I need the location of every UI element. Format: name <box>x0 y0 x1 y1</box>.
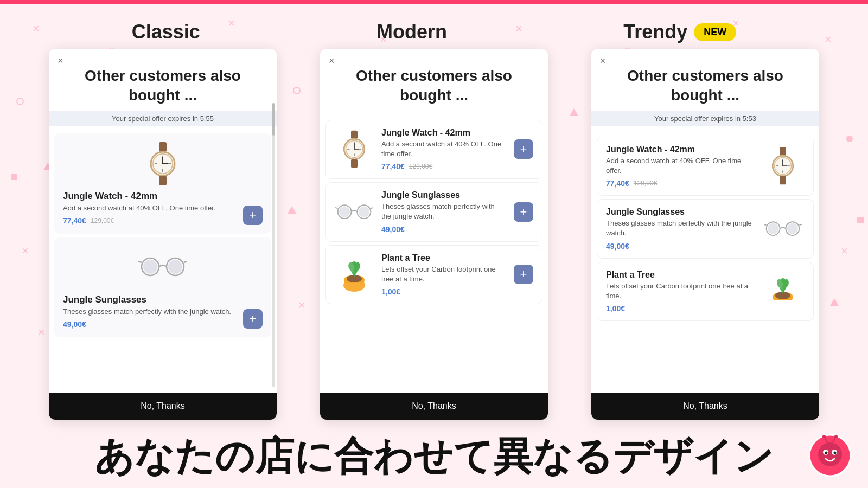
sunglasses-icon <box>138 255 187 279</box>
trendy-plant-price-current: 1,00€ <box>606 304 625 313</box>
trendy-sunglasses-image <box>761 210 805 248</box>
svg-point-45 <box>768 223 778 234</box>
svg-point-29 <box>359 206 369 217</box>
classic-no-thanks-button[interactable]: No, Thanks <box>49 393 277 420</box>
modern-plant-name: Plant a Tree <box>381 253 506 263</box>
svg-line-30 <box>335 208 338 209</box>
classic-sunglasses-price-current: 49,00€ <box>63 320 86 329</box>
trendy-watch-price-current: 77,40€ <box>606 179 629 188</box>
trendy-sunglasses-info: Jungle Sunglasses Theses glasses match p… <box>606 207 754 250</box>
modern-watch-price-current: 77,40€ <box>381 162 405 171</box>
classic-modal-body: Jungle Watch - 42mm Add a second watch a… <box>49 130 277 393</box>
classic-header: Classic <box>132 21 200 43</box>
modern-header: Modern <box>376 21 447 43</box>
header-row: Classic Modern Trendy NEW <box>0 4 868 49</box>
modern-sunglasses-image <box>335 192 374 232</box>
trendy-watch-price-row: 77,40€ 129,00€ <box>606 179 754 188</box>
classic-watch-add-button[interactable]: + <box>243 206 263 225</box>
modern-plant-image <box>335 255 374 294</box>
bottom-text: あなたの店に合わせて異なるデザイン <box>94 420 774 488</box>
svg-point-56 <box>834 452 837 454</box>
modern-close-icon[interactable]: × <box>329 55 335 67</box>
scroll-thumb <box>272 103 275 136</box>
classic-product-watch: Jungle Watch - 42mm Add a second watch a… <box>54 133 271 234</box>
plant-icon <box>337 257 372 292</box>
trendy-watch-image <box>761 147 805 185</box>
modern-plant-add-button[interactable]: + <box>514 265 533 284</box>
classic-watch-price-row: 77,40€ 129,00€ <box>63 216 263 225</box>
classic-product-sunglasses: Jungle Sunglasses Theses glasses match p… <box>54 237 271 337</box>
trendy-sunglasses-price-row: 49,00€ <box>606 242 754 251</box>
modern-watch-price-old: 129,00€ <box>409 163 432 170</box>
trendy-product-plant: Plant a Tree Lets offset your Carbon foo… <box>597 262 814 321</box>
modern-product-sunglasses: Jungle Sunglasses Theses glasses match p… <box>326 182 542 241</box>
svg-point-27 <box>339 206 350 217</box>
page-content: Classic Modern Trendy NEW × Other custom… <box>0 4 868 488</box>
modern-sunglasses-add-button[interactable]: + <box>514 202 533 222</box>
trendy-plant-image <box>761 272 805 310</box>
trendy-plant-price-row: 1,00€ <box>606 304 754 313</box>
modern-sunglasses-desc: Theses glasses match perfectly with the … <box>381 202 506 221</box>
mascot-icon <box>808 434 852 477</box>
modern-plant-price-current: 1,00€ <box>381 287 400 296</box>
classic-watch-price-current: 77,40€ <box>63 216 86 225</box>
trendy-modal-title: Other customers also bought ... <box>591 49 819 111</box>
trendy-plant-name: Plant a Tree <box>606 270 754 280</box>
modern-modal-body: Jungle Watch - 42mm Add a second watch a… <box>320 111 548 393</box>
modern-sunglasses-name: Jungle Sunglasses <box>381 190 506 200</box>
svg-line-14 <box>138 261 142 262</box>
modern-sunglasses-price-row: 49,00€ <box>381 225 506 234</box>
trendy-product-sunglasses: Jungle Sunglasses Theses glasses match p… <box>597 199 814 258</box>
svg-rect-43 <box>780 176 786 184</box>
top-bar <box>0 0 868 4</box>
modern-watch-price-row: 77,40€ 129,00€ <box>381 162 506 171</box>
modern-modal-title: Other customers also bought ... <box>320 49 548 111</box>
modern-watch-info: Jungle Watch - 42mm Add a second watch a… <box>381 128 506 171</box>
modern-sunglasses-price-current: 49,00€ <box>381 225 405 234</box>
trendy-watch-desc: Add a second watch at 40% OFF. One time … <box>606 156 754 176</box>
classic-watch-image <box>138 142 187 185</box>
modern-watch-icon <box>338 130 371 168</box>
svg-rect-9 <box>159 176 167 185</box>
classic-modal-title: Other customers also bought ... <box>49 49 277 111</box>
modern-modal: × Other customers also bought ... <box>320 49 548 420</box>
svg-point-47 <box>787 223 798 234</box>
trendy-label: Trendy <box>623 21 687 43</box>
modern-plant-desc: Lets offset your Carbon footprint one tr… <box>381 265 506 284</box>
svg-point-11 <box>143 260 157 274</box>
svg-line-48 <box>764 224 767 226</box>
modern-sunglasses-icon <box>335 201 373 223</box>
mascot <box>808 434 852 477</box>
watch-icon <box>144 142 182 185</box>
modern-no-thanks-button[interactable]: No, Thanks <box>320 393 548 420</box>
svg-line-49 <box>799 224 802 226</box>
classic-timer-bar: Your special offer expires in 5:55 <box>49 111 277 126</box>
trendy-modal-body: Jungle Watch - 42mm Add a second watch a… <box>591 130 819 393</box>
modern-watch-name: Jungle Watch - 42mm <box>381 128 506 138</box>
classic-close-icon[interactable]: × <box>58 55 63 67</box>
cards-row: × Other customers also bought ... Your s… <box>0 49 868 420</box>
classic-sunglasses-name: Jungle Sunglasses <box>63 294 146 305</box>
trendy-close-icon[interactable]: × <box>600 55 606 67</box>
classic-watch-desc: Add a second watch at 40% OFF. One time … <box>63 204 216 212</box>
classic-sunglasses-add-button[interactable]: + <box>243 309 263 329</box>
trendy-plant-desc: Lets offset your Carbon footprint one tr… <box>606 281 754 301</box>
trendy-no-thanks-button[interactable]: No, Thanks <box>591 393 819 420</box>
modern-product-watch: Jungle Watch - 42mm Add a second watch a… <box>326 120 542 179</box>
svg-rect-0 <box>159 142 167 152</box>
modern-watch-add-button[interactable]: + <box>514 139 533 159</box>
modern-label: Modern <box>376 21 447 43</box>
trendy-plant-info: Plant a Tree Lets offset your Carbon foo… <box>606 270 754 313</box>
classic-watch-name: Jungle Watch - 42mm <box>63 191 157 202</box>
trendy-sunglasses-name: Jungle Sunglasses <box>606 207 754 217</box>
svg-line-15 <box>184 261 187 262</box>
modern-watch-image <box>335 130 374 169</box>
trendy-sunglasses-price-current: 49,00€ <box>606 242 629 251</box>
scroll-indicator <box>272 103 275 387</box>
modern-plant-info: Plant a Tree Lets offset your Carbon foo… <box>381 253 506 296</box>
trendy-watch-info: Jungle Watch - 42mm Add a second watch a… <box>606 145 754 188</box>
svg-point-52 <box>818 442 842 466</box>
trendy-plant-icon <box>765 274 800 309</box>
trendy-watch-name: Jungle Watch - 42mm <box>606 145 754 155</box>
svg-line-31 <box>371 208 373 209</box>
